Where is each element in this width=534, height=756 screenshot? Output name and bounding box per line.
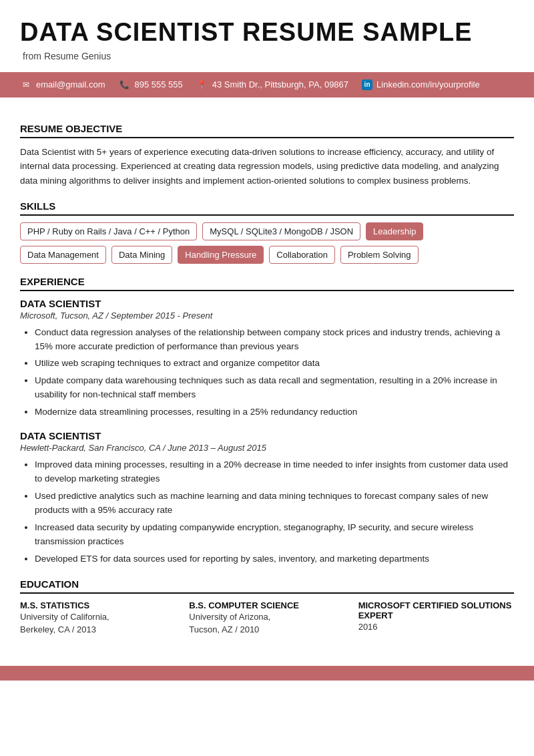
education-grid: M.S. STATISTICSUniversity of California,… <box>20 600 514 636</box>
job-title: DATA SCIENTIST <box>20 430 514 441</box>
location-icon: 📍 <box>196 79 208 91</box>
bullet-item: Developed ETS for data sources used for … <box>35 552 514 566</box>
experience-block: DATA SCIENTISTHewlett-Packard, San Franc… <box>20 430 514 566</box>
experience-container: DATA SCIENTISTMicrosoft, Tucson, AZ / Se… <box>20 298 514 566</box>
phone-icon: 📞 <box>119 79 131 91</box>
skill-tag: MySQL / SQLite3 / MongoDB / JSON <box>202 222 360 240</box>
education-section-title: EDUCATION <box>20 578 514 594</box>
bullet-item: Conduct data regression analyses of the … <box>35 326 514 354</box>
education-item: B.S. COMPUTER SCIENCEUniversity of Arizo… <box>189 600 344 636</box>
skill-tag: Collaboration <box>269 246 335 264</box>
phone-text: 895 555 555 <box>135 79 183 89</box>
address-text: 43 Smith Dr., Pittsburgh, PA, 09867 <box>212 79 348 89</box>
contact-email: ✉ email@gmail.com <box>20 79 105 91</box>
edu-details: University of California, Berkeley, CA /… <box>20 610 176 636</box>
main-content: RESUME OBJECTIVE Data Scientist with 5+ … <box>0 98 534 650</box>
email-icon: ✉ <box>20 79 32 91</box>
linkedin-icon: in <box>362 79 372 90</box>
skills-container: PHP / Ruby on Rails / Java / C++ / Pytho… <box>20 222 514 264</box>
footer-bar <box>0 666 534 681</box>
bullet-item: Increased data security by updating comp… <box>35 521 514 549</box>
linkedin-text: Linkedin.com/in/yourprofile <box>376 79 480 89</box>
skill-tag: Problem Solving <box>340 246 419 264</box>
main-title: DATA SCIENTIST RESUME SAMPLE <box>20 19 514 47</box>
bullet-item: Modernize data streamlining processes, r… <box>35 405 514 419</box>
contact-phone: 📞 895 555 555 <box>119 79 183 91</box>
bullet-item: Used predictive analytics such as machin… <box>35 490 514 518</box>
contact-address: 📍 43 Smith Dr., Pittsburgh, PA, 09867 <box>196 79 348 91</box>
edu-details: University of Arizona, Tucson, AZ / 2010 <box>189 610 344 636</box>
job-bullets: Conduct data regression analyses of the … <box>35 326 514 420</box>
job-meta: Hewlett-Packard, San Francisco, CA / Jun… <box>20 443 514 453</box>
bullet-item: Update company data warehousing techniqu… <box>35 374 514 402</box>
header-section: DATA SCIENTIST RESUME SAMPLE from Resume… <box>0 0 534 72</box>
skill-tag: Data Management <box>20 246 106 264</box>
bullet-item: Improved data mining processes, resultin… <box>35 458 514 486</box>
contact-bar: ✉ email@gmail.com 📞 895 555 555 📍 43 Smi… <box>0 72 534 98</box>
email-text: email@gmail.com <box>36 79 105 89</box>
skill-tag: Leadership <box>366 222 423 240</box>
skills-section-title: SKILLS <box>20 200 514 216</box>
bullet-item: Utilize web scraping techniques to extra… <box>35 357 514 371</box>
job-bullets: Improved data mining processes, resultin… <box>35 458 514 566</box>
edu-details: 2016 <box>358 620 514 634</box>
objective-section-title: RESUME OBJECTIVE <box>20 123 514 138</box>
job-meta: Microsoft, Tucson, AZ / September 2015 -… <box>20 311 514 321</box>
skill-tag: PHP / Ruby on Rails / Java / C++ / Pytho… <box>20 222 197 240</box>
subtitle: from Resume Genius <box>23 51 514 61</box>
contact-linkedin: in Linkedin.com/in/yourprofile <box>362 79 480 90</box>
education-item: M.S. STATISTICSUniversity of California,… <box>20 600 176 636</box>
edu-degree: B.S. COMPUTER SCIENCE <box>189 600 344 610</box>
education-item: MICROSOFT CERTIFIED SOLUTIONS EXPERT2016 <box>358 600 514 636</box>
skill-tag: Data Mining <box>111 246 172 264</box>
experience-section-title: EXPERIENCE <box>20 276 514 291</box>
objective-text: Data Scientist with 5+ years of experien… <box>20 145 514 188</box>
edu-degree: MICROSOFT CERTIFIED SOLUTIONS EXPERT <box>358 600 514 620</box>
job-title: DATA SCIENTIST <box>20 298 514 309</box>
experience-block: DATA SCIENTISTMicrosoft, Tucson, AZ / Se… <box>20 298 514 420</box>
skill-tag: Handling Pressure <box>178 246 264 264</box>
edu-degree: M.S. STATISTICS <box>20 600 176 610</box>
